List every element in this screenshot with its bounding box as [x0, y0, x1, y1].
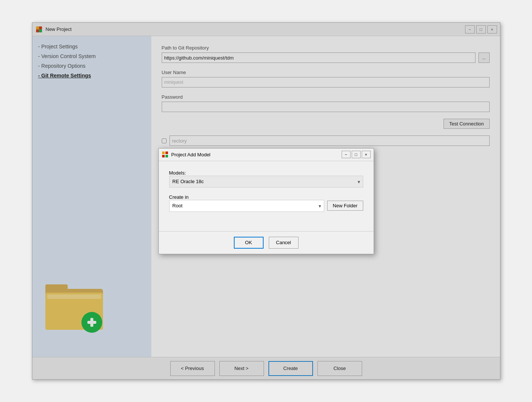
- dialog-cancel-button[interactable]: Cancel: [269, 237, 299, 249]
- svg-rect-13: [162, 155, 165, 157]
- dialog-close-button[interactable]: ×: [362, 151, 371, 158]
- main-window: New Project − □ × - Project Settings - V…: [32, 22, 500, 380]
- create-in-select-wrapper: Root ▾: [169, 200, 325, 212]
- svg-rect-12: [165, 151, 168, 154]
- svg-rect-11: [162, 151, 165, 154]
- dialog-maximize-button[interactable]: □: [352, 151, 361, 158]
- dialog-controls: − □ ×: [342, 151, 371, 158]
- new-folder-button[interactable]: New Folder: [327, 201, 363, 211]
- create-in-select[interactable]: Root: [169, 200, 325, 212]
- models-label: Models:: [169, 170, 186, 176]
- svg-rect-14: [165, 155, 168, 157]
- models-select[interactable]: RE Oracle 18c: [169, 176, 363, 188]
- dialog-overlay: Project Add Model − □ × Models: RE Oracl…: [32, 23, 500, 379]
- project-add-model-dialog: Project Add Model − □ × Models: RE Oracl…: [158, 148, 374, 254]
- create-in-label: Create in: [169, 194, 189, 200]
- create-in-section: Create in Root ▾ New Folder: [169, 194, 363, 212]
- dialog-body: Models: RE Oracle 18c ▾ Create in Root: [159, 161, 374, 231]
- dialog-ok-button[interactable]: OK: [234, 237, 264, 249]
- models-section: Models: RE Oracle 18c ▾: [169, 170, 363, 188]
- models-select-wrapper: RE Oracle 18c ▾: [169, 176, 363, 188]
- dialog-title: Project Add Model: [171, 152, 342, 157]
- dialog-footer: OK Cancel: [159, 231, 374, 254]
- create-in-row: Root ▾ New Folder: [169, 200, 363, 212]
- dialog-minimize-button[interactable]: −: [342, 151, 351, 158]
- dialog-titlebar: Project Add Model − □ ×: [159, 149, 374, 161]
- dialog-app-icon: [162, 151, 168, 158]
